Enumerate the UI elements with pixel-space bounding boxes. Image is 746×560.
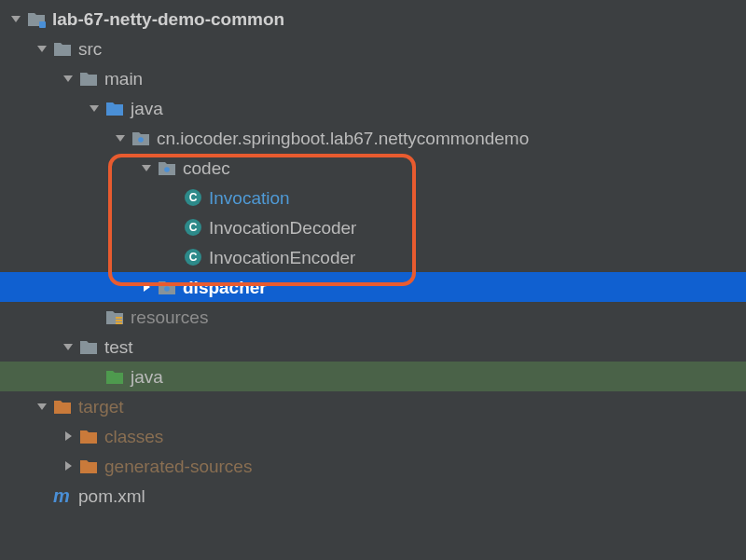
- package-icon: [131, 128, 151, 148]
- class-icon: C: [183, 217, 203, 238]
- svg-text:C: C: [189, 251, 198, 264]
- tree-label: Invocation: [209, 189, 290, 207]
- tree-label: src: [78, 40, 102, 58]
- expand-arrow-icon[interactable]: [138, 159, 155, 176]
- tree-label: cn.iocoder.springboot.lab67.nettycommond…: [157, 130, 529, 147]
- tree-node-class-encoder[interactable]: C InvocationEncoder: [0, 242, 746, 272]
- svg-marker-0: [11, 16, 21, 22]
- svg-point-8: [164, 167, 170, 172]
- module-folder-icon: [26, 8, 47, 29]
- tree-label: target: [78, 398, 124, 416]
- collapse-arrow-icon[interactable]: [60, 428, 76, 444]
- package-icon: [157, 277, 177, 297]
- tree-node-java-test[interactable]: java: [0, 362, 746, 391]
- expand-arrow-icon[interactable]: [34, 40, 50, 57]
- tree-node-classes[interactable]: classes: [0, 421, 746, 451]
- expand-arrow-icon[interactable]: [34, 398, 50, 415]
- tree-node-generated-sources[interactable]: generated-sources: [0, 451, 746, 481]
- svg-rect-19: [116, 322, 122, 324]
- tree-label: java: [131, 100, 163, 117]
- tree-label: test: [104, 338, 133, 356]
- tree-node-java-main[interactable]: java: [0, 93, 746, 123]
- folder-icon: [78, 68, 99, 89]
- tree-label: classes: [104, 428, 163, 445]
- tree-label: generated-sources: [104, 458, 252, 475]
- excluded-folder-icon: [52, 396, 73, 417]
- svg-marker-4: [90, 105, 99, 112]
- tree-node-package[interactable]: cn.iocoder.springboot.lab67.nettycommond…: [0, 123, 746, 153]
- expand-arrow-icon[interactable]: [60, 338, 76, 355]
- tree-label: java: [131, 368, 163, 386]
- package-icon: [157, 157, 177, 178]
- tree-label: pom.xml: [78, 487, 145, 505]
- svg-marker-5: [116, 135, 125, 142]
- test-source-folder-icon: [104, 366, 125, 387]
- svg-marker-20: [63, 344, 73, 350]
- collapse-arrow-icon[interactable]: [60, 458, 76, 474]
- svg-rect-18: [116, 320, 122, 321]
- folder-icon: [78, 336, 99, 357]
- tree-node-test[interactable]: test: [0, 332, 746, 362]
- svg-marker-21: [37, 403, 47, 410]
- tree-label: dispacher: [183, 279, 267, 296]
- tree-node-module[interactable]: lab-67-netty-demo-common: [0, 4, 746, 34]
- class-icon: C: [183, 187, 203, 208]
- svg-text:C: C: [189, 191, 198, 204]
- project-tree[interactable]: lab-67-netty-demo-common src main java: [0, 0, 746, 511]
- tree-label: main: [104, 70, 143, 88]
- collapse-arrow-icon[interactable]: [138, 279, 155, 295]
- folder-icon: [52, 38, 73, 59]
- svg-marker-22: [65, 431, 72, 441]
- class-icon: C: [183, 247, 203, 267]
- tree-node-target[interactable]: target: [0, 391, 746, 421]
- tree-label: resources: [131, 308, 208, 326]
- svg-point-6: [138, 137, 144, 143]
- tree-node-class-invocation[interactable]: C Invocation: [0, 183, 746, 212]
- svg-marker-7: [142, 165, 151, 171]
- tree-label: lab-67-netty-demo-common: [52, 10, 284, 28]
- svg-marker-23: [65, 461, 72, 471]
- svg-rect-1: [39, 21, 46, 28]
- svg-text:m: m: [53, 485, 70, 506]
- tree-node-pom[interactable]: m pom.xml: [0, 481, 746, 511]
- maven-file-icon: m: [52, 485, 73, 506]
- tree-node-main[interactable]: main: [0, 63, 746, 93]
- excluded-folder-icon: [78, 426, 99, 446]
- tree-node-dispacher[interactable]: dispacher: [0, 272, 746, 302]
- tree-node-class-decoder[interactable]: C InvocationDecoder: [0, 212, 746, 242]
- svg-text:C: C: [189, 221, 198, 234]
- tree-node-resources[interactable]: resources: [0, 302, 746, 332]
- tree-label: codec: [183, 159, 230, 177]
- expand-arrow-icon[interactable]: [7, 10, 24, 27]
- svg-rect-17: [116, 317, 122, 319]
- source-folder-icon: [104, 98, 125, 118]
- expand-arrow-icon[interactable]: [86, 100, 103, 116]
- expand-arrow-icon[interactable]: [60, 70, 76, 87]
- tree-node-src[interactable]: src: [0, 34, 746, 63]
- resources-folder-icon: [104, 307, 125, 327]
- tree-node-codec[interactable]: codec: [0, 153, 746, 183]
- svg-marker-15: [144, 282, 150, 292]
- expand-arrow-icon[interactable]: [112, 130, 129, 146]
- svg-point-16: [164, 286, 170, 292]
- svg-marker-3: [63, 75, 73, 82]
- tree-label: InvocationDecoder: [209, 219, 356, 237]
- excluded-folder-icon: [78, 456, 99, 476]
- tree-label: InvocationEncoder: [209, 249, 355, 266]
- svg-marker-2: [37, 46, 47, 52]
